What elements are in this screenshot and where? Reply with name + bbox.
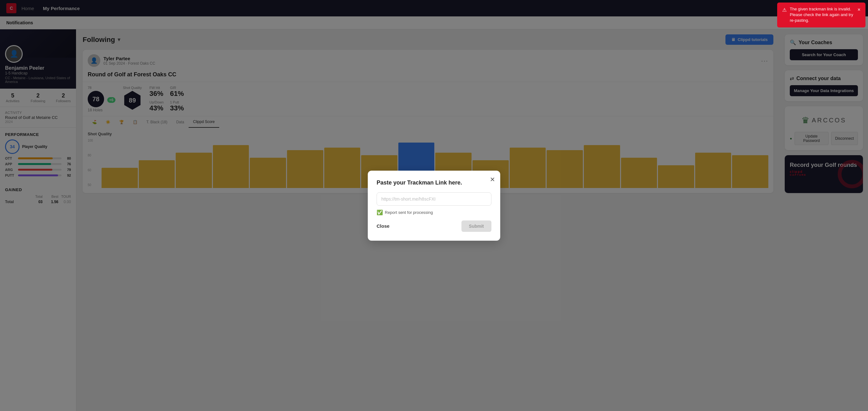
success-check-icon: ✅ [377,210,383,215]
trackman-link-input[interactable] [377,192,491,205]
modal-overlay: Paste your Trackman Link here. ✕ ✅ Repor… [0,0,868,411]
modal-success-message: ✅ Report sent for processing [377,210,491,215]
trackman-modal: Paste your Trackman Link here. ✕ ✅ Repor… [368,171,500,241]
modal-title: Paste your Trackman Link here. [377,180,491,186]
modal-submit-button[interactable]: Submit [461,220,491,232]
error-toast: ⚠ The given trackman link is invalid. Pl… [777,2,866,27]
modal-close-button[interactable]: Close [377,221,390,231]
warning-icon: ⚠ [782,7,786,13]
modal-actions: Close Submit [377,220,491,232]
toast-close-button[interactable]: × [858,6,861,13]
modal-close-x-button[interactable]: ✕ [490,176,495,183]
